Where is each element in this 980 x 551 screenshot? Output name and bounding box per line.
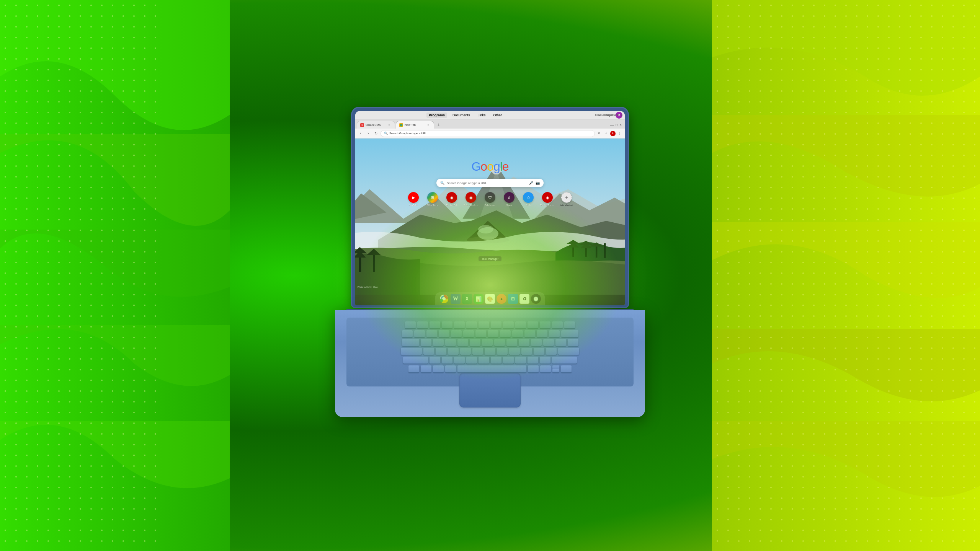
address-bar[interactable]: 🔍 Search Google or type a URL xyxy=(381,130,595,137)
favorites-icon[interactable]: ☆ xyxy=(603,131,609,136)
lock-icon: 🔍 xyxy=(384,132,388,135)
tab2-close[interactable]: × xyxy=(426,123,431,127)
forward-button[interactable]: › xyxy=(365,130,371,137)
tab1-close[interactable]: × xyxy=(387,123,392,127)
tab1-favicon: S xyxy=(360,123,364,127)
browser-icons-right: ⧉ ☆ ⬇ ⋮ xyxy=(596,131,622,136)
search-box[interactable]: 🔍 Search Google or type a URL 🎤 📷 xyxy=(436,179,544,187)
tab1-label: Straks CMS xyxy=(366,123,381,127)
menu-icon[interactable]: ⋮ xyxy=(617,131,622,136)
google-g2: g xyxy=(493,160,500,173)
bookmark-documents[interactable]: Documents xyxy=(450,112,472,118)
tabs-row: S Straks CMS × New Tab × + xyxy=(355,119,625,129)
svg-rect-5 xyxy=(712,0,980,551)
wave-right xyxy=(712,0,980,551)
all-bookmarks-label: All Bookmarks xyxy=(602,114,619,116)
tab-new-tab[interactable]: New Tab × xyxy=(396,121,434,129)
close-button[interactable]: × xyxy=(619,123,622,127)
google-g: G xyxy=(471,160,480,173)
chevron-down-icon: ▼ xyxy=(620,114,622,116)
extensions-icon[interactable]: ⧉ xyxy=(596,131,602,136)
voice-search-icon[interactable]: 🎤 xyxy=(529,181,533,185)
new-tab-button[interactable]: + xyxy=(435,121,443,129)
address-text: Search Google or type a URL xyxy=(389,132,427,135)
refresh-button[interactable]: ↻ xyxy=(373,130,379,137)
bookmark-other[interactable]: Other xyxy=(491,112,505,118)
google-o2: o xyxy=(487,160,493,173)
bookmark-links[interactable]: Links xyxy=(475,112,488,118)
key-ctrl xyxy=(408,365,419,372)
minimize-button[interactable]: — xyxy=(610,123,614,127)
google-logo: Google xyxy=(471,160,508,174)
shortcut-youtube-icon: ▶ xyxy=(408,192,419,203)
google-e: e xyxy=(502,160,509,173)
all-bookmarks-button[interactable]: All Bookmarks ▼ xyxy=(602,111,622,119)
wave-left xyxy=(0,0,230,551)
gmail-link[interactable]: Gmail xyxy=(595,114,602,116)
tab2-favicon xyxy=(399,123,403,127)
google-o1: o xyxy=(480,160,487,173)
maximize-button[interactable]: □ xyxy=(616,123,618,127)
key-right xyxy=(561,365,572,372)
bookmark-programs[interactable]: Programs xyxy=(426,112,447,118)
window-controls: — □ × xyxy=(610,123,622,127)
browser-topbar: Programs Documents Links Other All Bookm… xyxy=(355,111,625,119)
downloads-icon[interactable]: ⬇ xyxy=(610,131,616,136)
svg-rect-2 xyxy=(0,0,161,551)
tab-straks-cms[interactable]: S Straks CMS × xyxy=(357,121,395,129)
addressbar-row: ‹ › ↻ 🔍 Search Google or type a URL ⧉ ☆ … xyxy=(355,129,625,139)
search-icon: 🔍 xyxy=(440,181,444,185)
tab2-label: New Tab xyxy=(405,123,416,127)
shortcut-add-icon: + xyxy=(561,192,572,203)
image-search-icon[interactable]: 📷 xyxy=(536,181,540,185)
search-input[interactable]: Search Google or type a URL xyxy=(447,181,527,185)
laptop-glow xyxy=(356,189,624,381)
back-button[interactable]: ‹ xyxy=(358,130,364,137)
